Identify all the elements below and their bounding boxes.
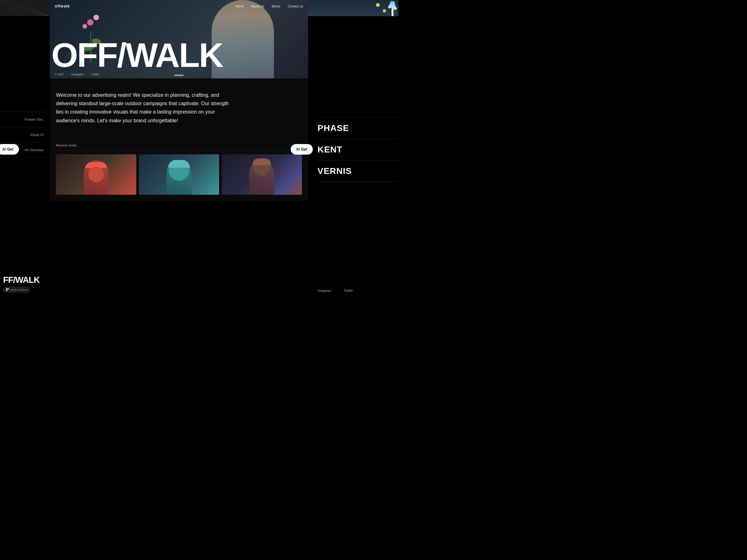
tennis-image [308,0,398,16]
hero-navigation: offwalk Home About Us Works Contact Us [50,0,308,12]
recent-works-section: Recent works [50,140,308,201]
hero-section: offwalk Home About Us Works Contact Us O… [50,0,308,78]
made-in-framer-badge: Made in Framer [3,287,30,292]
framer-icon [6,288,9,291]
work-card-1[interactable] [56,154,136,195]
nav-works[interactable]: Works [272,5,280,8]
right-panel: PHASE KENT VERNIS Instagram Twitter [308,0,398,299]
sidebar-item-visual-ui[interactable]: Visual UI [0,127,47,142]
nav-about[interactable]: About Us [251,5,264,8]
right-top-image [308,0,398,16]
right-works-list: PHASE KENT VERNIS [308,16,398,283]
recent-works-title: Recent works [56,143,77,147]
right-work-item-vernis[interactable]: VERNIS [317,161,398,182]
svg-line-3 [0,9,50,16]
svg-line-2 [0,6,50,16]
sidebar-item-framer-dev[interactable]: Framer Dev. [0,112,47,127]
works-grid [56,154,302,195]
right-work-item-phase[interactable]: PHASE [317,117,398,139]
hero-copyright: © 2047 [55,73,64,76]
left-logo-text: FF/WALK [3,276,47,284]
svg-line-1 [0,3,50,16]
left-top-background [0,0,50,16]
tennis-ball-1 [376,3,380,7]
hero-twitter[interactable]: Twitter [91,73,100,76]
nav-home[interactable]: Home [236,5,244,8]
recent-works-header: Recent works [56,140,302,151]
left-logo-area: FF/WALK Made in Framer [0,269,50,299]
hero-nav-links: Home About Us Works Contact Us [236,5,303,8]
tennis-ball-2 [383,9,386,12]
hero-title: OFF/WALK [50,38,308,72]
marquee-button-right[interactable]: h! Get [291,144,313,155]
content-section: Welcome to our advertising realm! We spe… [50,78,308,140]
welcome-text: Welcome to our advertising realm! We spe… [56,91,236,125]
nav-contact[interactable]: Contact Us [288,5,303,8]
hero-instagram[interactable]: Instagram [71,73,84,76]
hero-footer: © 2047 Instagram Twitter [50,73,105,76]
svg-line-5 [12,0,50,16]
marquee-button-left[interactable]: h! Get [0,144,19,155]
work-card-3[interactable] [222,154,302,195]
right-work-item-kent[interactable]: KENT [317,139,398,161]
left-navigation: Framer Dev. Visual UI Art Direction [0,0,50,269]
tennis-figure [388,1,397,16]
right-twitter-link[interactable]: Twitter [344,289,353,292]
right-footer: Instagram Twitter [308,283,398,299]
svg-line-4 [0,0,25,16]
right-instagram-link[interactable]: Instagram [317,289,331,292]
svg-line-0 [0,0,50,16]
scroll-indicator [174,75,184,76]
hero-logo: offwalk [55,4,70,8]
work-card-2[interactable] [139,154,219,195]
main-panel: offwalk Home About Us Works Contact Us O… [50,0,308,299]
